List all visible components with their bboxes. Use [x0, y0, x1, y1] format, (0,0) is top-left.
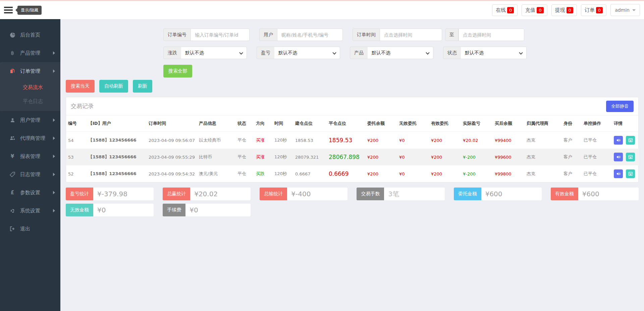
recharge-badge: 0 — [537, 7, 543, 13]
order-no-group: 订单编号 — [163, 29, 250, 41]
header-detail: 详情 — [612, 115, 639, 132]
cell-after-balance: ¥99400 — [493, 132, 525, 149]
cell-detail — [612, 165, 639, 182]
status-select[interactable]: 默认不选 — [461, 47, 527, 59]
online-label: 在线 — [496, 7, 506, 13]
sidebar-item-label: 后台首页 — [20, 32, 40, 38]
sidebar-item-logout[interactable]: 退出 — [0, 220, 60, 238]
product-select[interactable]: 默认不选 — [368, 47, 433, 59]
sidebar-item-users[interactable]: 用户管理 — [0, 111, 60, 129]
end-time-input[interactable] — [459, 29, 524, 41]
sidebar-item-dashboard[interactable]: 后台首页 — [0, 26, 60, 44]
sidebar-item-agents[interactable]: 代理商管理 — [0, 129, 60, 147]
dashboard-icon — [9, 32, 15, 38]
header-order-time: 订单时间 — [147, 115, 197, 132]
header-after-balance: 买后余额 — [493, 115, 525, 132]
cell-identity: 客户 — [561, 165, 582, 182]
admin-username: admin — [615, 7, 630, 13]
detail-button[interactable] — [626, 136, 635, 145]
order-label: 订单 — [585, 7, 595, 13]
sound-button[interactable] — [614, 153, 623, 161]
cell-after-balance: ¥99600 — [493, 149, 525, 165]
sidebar-item-label: 参数设置 — [20, 190, 40, 196]
header-open-price: 建仓点位 — [293, 115, 327, 132]
sidebar-item-products[interactable]: ฿ 产品管理 — [0, 44, 60, 62]
withdraw-counter[interactable]: 提现 0 — [551, 4, 577, 16]
cell-close-price: 1859.53 — [327, 132, 365, 149]
cell-status: 平仓 — [235, 149, 254, 165]
header-identity: 身份 — [561, 115, 582, 132]
search-today-button[interactable]: 搜索当天 — [66, 80, 95, 93]
stat-value: ¥-400 — [287, 188, 347, 200]
refresh-button[interactable]: 刷新 — [133, 80, 152, 93]
sidebar-subitem-close-log[interactable]: 平仓日志 — [0, 94, 60, 108]
sidebar-item-label: 用户管理 — [20, 117, 40, 123]
header-invalid-entrust: 无效委托 — [397, 115, 429, 132]
detail-button[interactable] — [626, 169, 635, 178]
sidebar-item-params[interactable]: £ 参数设置 — [0, 184, 60, 202]
cell-invalid-entrust: ¥0 — [397, 165, 429, 182]
sidebar-item-label: 报表管理 — [20, 153, 40, 160]
sidebar: 后台首页 ฿ 产品管理 订单管理 交易流水 平仓日志 — [0, 19, 60, 311]
user-icon — [9, 118, 15, 123]
withdraw-label: 提现 — [555, 7, 565, 13]
sidebar-item-logs[interactable]: 日志管理 — [0, 165, 60, 184]
cell-valid-entrust: ¥200 — [429, 132, 461, 149]
subitem-label: 交易流水 — [23, 84, 43, 91]
stat-value: ¥0 — [93, 204, 154, 216]
sidebar-item-system[interactable]: 系统设置 — [0, 202, 60, 220]
stat-fee: 手续费 ¥0 — [163, 204, 251, 216]
header-control: 单控操作 — [582, 115, 612, 132]
sidebar-item-label: 代理商管理 — [20, 135, 45, 142]
recharge-counter[interactable]: 充值 0 — [522, 4, 547, 16]
sidebar-item-label: 产品管理 — [20, 50, 40, 56]
cell-user: 【1588】123456666 — [86, 165, 147, 182]
list-icon — [628, 155, 633, 159]
cell-user: 【1588】123456666 — [86, 149, 147, 165]
yen-icon: ¥ — [9, 153, 15, 159]
sidebar-item-reports[interactable]: ¥ 报表管理 — [0, 147, 60, 165]
sidebar-item-orders[interactable]: 订单管理 — [0, 62, 60, 80]
order-counter[interactable]: 订单 0 — [581, 4, 606, 16]
cell-order-time: 2023-04-09 09:54:32 — [147, 165, 197, 182]
start-time-input[interactable] — [380, 29, 442, 41]
sound-button[interactable] — [614, 169, 623, 178]
updown-select[interactable]: 默认不选 — [181, 47, 247, 59]
sidebar-toggle-icon[interactable] — [4, 7, 13, 13]
cell-valid-entrust: ¥200 — [429, 149, 461, 165]
stat-label: 盈亏统计 — [66, 188, 93, 200]
stat-trade-count: 交易手数 3笔 — [357, 188, 444, 200]
online-counter[interactable]: 在线 0 — [492, 4, 518, 16]
product-label: 产品 — [350, 47, 368, 59]
stats-row-1: 盈亏统计 ¥-379.98 总赢统计 ¥20.02 总输统计 ¥-400 交易手… — [66, 188, 639, 200]
user-search-input[interactable] — [277, 29, 343, 41]
chevron-right-icon — [53, 155, 55, 158]
stat-total-win: 总赢统计 ¥20.02 — [163, 188, 251, 200]
order-no-input[interactable] — [191, 29, 250, 41]
admin-menu[interactable]: admin — [610, 4, 640, 16]
action-buttons: 搜索当天 自动刷新 刷新 — [66, 80, 639, 93]
auto-refresh-button[interactable]: 自动刷新 — [99, 80, 128, 93]
chevron-right-icon — [53, 69, 55, 73]
sidebar-item-label: 退出 — [20, 226, 30, 232]
tag-icon — [9, 172, 15, 177]
recharge-label: 充值 — [525, 7, 535, 13]
mute-all-button[interactable]: 全部静音 — [606, 101, 634, 112]
chevron-right-icon — [53, 173, 55, 176]
list-icon — [628, 171, 633, 176]
cell-id: 54 — [66, 132, 86, 149]
to-label: 至 — [445, 29, 459, 41]
header-status: 状态 — [235, 115, 254, 132]
cell-agent: 杰克 — [525, 132, 561, 149]
table-row: 53 【1588】123456666 2023-04-09 09:55:29 比… — [66, 149, 639, 165]
cell-duration: 120秒 — [272, 132, 293, 149]
cell-order-time: 2023-04-09 09:56:07 — [147, 132, 197, 149]
detail-button[interactable] — [626, 153, 635, 161]
search-all-button[interactable]: 搜索全部 — [163, 65, 192, 77]
cell-open-price: 28079.321 — [293, 149, 327, 165]
sidebar-subitem-trade-flow[interactable]: 交易流水 — [0, 80, 60, 94]
sound-button[interactable] — [614, 136, 623, 145]
profit-loss-select[interactable]: 默认不选 — [274, 47, 340, 59]
gear-icon — [9, 209, 15, 213]
stat-label: 委托金额 — [454, 188, 481, 200]
